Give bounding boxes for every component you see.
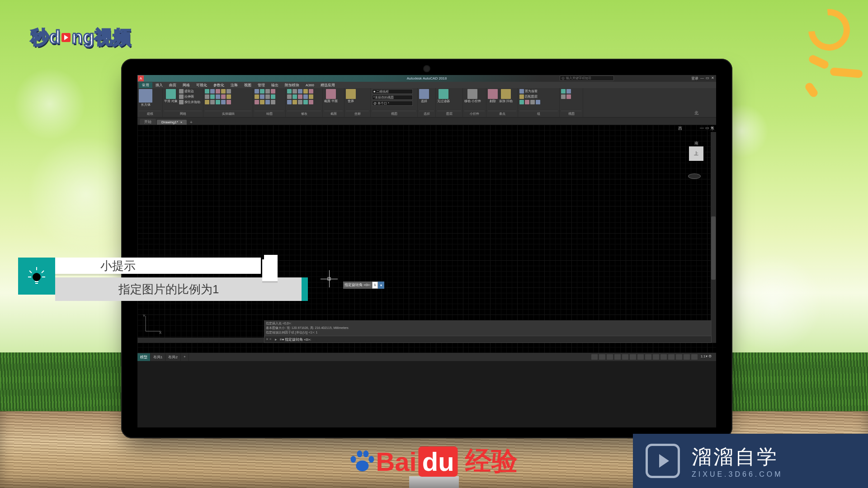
tool-icon[interactable] — [519, 89, 524, 94]
tool-icon[interactable] — [179, 89, 184, 94]
viewcube-south[interactable]: 南 — [694, 141, 698, 146]
tool-icon[interactable] — [561, 89, 566, 94]
tool-icon[interactable] — [216, 94, 220, 99]
tool-icon[interactable] — [309, 100, 313, 104]
file-tab-drawing[interactable]: Drawing1*× — [157, 120, 187, 125]
status-toggle-icon[interactable] — [691, 354, 698, 360]
tool-icon[interactable] — [255, 100, 259, 104]
tool-icon[interactable] — [205, 89, 209, 94]
visual-style-dropdown[interactable]: ■ 二维线框 — [372, 89, 413, 94]
match-label[interactable]: 匹配图层 — [525, 94, 538, 99]
tool-icon[interactable] — [530, 100, 535, 104]
ribbon-tab[interactable]: 注释 — [227, 82, 241, 88]
tool-icon[interactable] — [210, 100, 215, 104]
tool-icon[interactable] — [179, 94, 184, 99]
status-toggle-icon[interactable] — [591, 354, 598, 360]
tool-icon[interactable] — [205, 100, 209, 104]
tool-icon[interactable] — [255, 94, 259, 99]
command-line-input[interactable]: ✕ ≡ ▸ ≡▾ 指定旋转角 <0>: — [264, 336, 712, 343]
tool-icon[interactable] — [287, 89, 292, 94]
tool-icon[interactable] — [205, 94, 209, 99]
tool-icon[interactable] — [287, 94, 292, 99]
scale-label[interactable]: 1:1▾ ⚙ — [699, 354, 713, 360]
tool-label[interactable]: 提取边 — [184, 89, 194, 94]
layout1-tab[interactable]: 布局1 — [151, 353, 165, 361]
status-toggle-icon[interactable] — [684, 354, 690, 360]
tool-label[interactable]: 拉伸面 — [184, 94, 194, 99]
tool-icon[interactable] — [519, 100, 524, 104]
tool-icon[interactable] — [303, 89, 308, 94]
tool-icon[interactable] — [221, 100, 226, 104]
status-toggle-icon[interactable] — [653, 354, 659, 360]
maximize-button[interactable]: ▭ — [706, 76, 709, 81]
tool-icon[interactable] — [298, 89, 302, 94]
tool-icon[interactable] — [260, 89, 264, 94]
tool-icon[interactable] — [265, 100, 270, 104]
ribbon-tab[interactable]: 输出 — [268, 82, 282, 88]
ribbon-tab[interactable]: 常用 — [139, 82, 152, 88]
filter-button[interactable]: 无过滤器 — [437, 89, 450, 103]
ribbon-tab[interactable]: 管理 — [255, 82, 268, 88]
tool-icon[interactable] — [210, 94, 215, 99]
vertical-scrollbar[interactable] — [711, 132, 716, 343]
viewcube-east[interactable]: 东 — [710, 126, 714, 131]
tool-icon[interactable] — [525, 100, 529, 104]
ribbon-tab[interactable]: 视图 — [241, 82, 255, 88]
tool-icon[interactable] — [298, 100, 302, 104]
tool-icon[interactable] — [303, 94, 308, 99]
dynamic-input-dropdown-icon[interactable]: ▾ — [378, 282, 384, 289]
status-toggle-icon[interactable] — [622, 354, 628, 360]
tool-icon[interactable] — [309, 94, 313, 99]
model-tab[interactable]: 模型 — [137, 353, 151, 361]
new-tab-button[interactable]: + — [188, 120, 195, 125]
status-toggle-icon[interactable] — [668, 354, 675, 360]
tool-icon[interactable] — [287, 100, 292, 104]
tool-icon[interactable] — [226, 94, 231, 99]
status-toggle-icon[interactable] — [614, 354, 621, 360]
ribbon-tab[interactable]: 精选应用 — [317, 82, 338, 88]
tool-icon[interactable] — [271, 94, 275, 99]
close-button[interactable]: ✕ — [711, 76, 714, 81]
tool-icon[interactable] — [292, 94, 297, 99]
nav-wheel-icon[interactable] — [688, 174, 701, 179]
status-toggle-icon[interactable] — [630, 354, 636, 360]
file-tab-start[interactable]: 开始 — [140, 119, 156, 125]
tool-icon[interactable] — [265, 94, 270, 99]
ribbon-tab[interactable]: 附加模块 — [282, 82, 302, 88]
status-toggle-icon[interactable] — [660, 354, 667, 360]
select-button[interactable]: 选择 — [419, 89, 429, 103]
dynamic-input-value[interactable]: 1 — [372, 282, 377, 289]
tool-icon[interactable] — [221, 89, 226, 94]
minimize-button[interactable]: — — [700, 76, 704, 81]
tool-icon[interactable] — [309, 89, 313, 94]
tool-icon[interactable] — [260, 94, 264, 99]
smooth-button[interactable]: 平滑 对象 — [164, 89, 178, 103]
jitter-button[interactable]: 添加 抖动 — [499, 89, 513, 103]
tool-icon[interactable] — [226, 100, 231, 104]
tool-label[interactable]: 按住并拖动 — [184, 100, 200, 104]
status-toggle-icon[interactable] — [607, 354, 613, 360]
ribbon-tab[interactable]: 网格 — [179, 82, 193, 88]
new-layout-button[interactable]: + — [181, 353, 189, 361]
ribbon-tab[interactable]: 曲面 — [166, 82, 179, 88]
ribbon-tab[interactable]: 插入 — [152, 82, 166, 88]
tool-icon[interactable] — [226, 89, 231, 94]
gizmo-button[interactable]: 移动 小控件 — [464, 89, 481, 103]
tool-icon[interactable] — [519, 94, 524, 99]
tool-icon[interactable] — [271, 89, 275, 94]
ribbon-tab[interactable]: A360 — [302, 83, 317, 88]
status-toggle-icon[interactable] — [637, 354, 644, 360]
app-logo-icon[interactable]: A — [138, 75, 144, 81]
viewcube-north[interactable]: 北 — [694, 110, 698, 116]
viewport-dropdown[interactable]: @ 单个口 * — [372, 101, 413, 106]
ribbon-tab[interactable]: 参数化 — [210, 82, 227, 88]
tool-icon[interactable] — [561, 94, 566, 99]
tool-icon[interactable] — [221, 94, 226, 99]
layout2-tab[interactable]: 布局2 — [165, 353, 180, 361]
tool-icon[interactable] — [271, 100, 275, 104]
box-tool-button[interactable]: 长方体 — [139, 89, 152, 107]
tool-icon[interactable] — [566, 94, 571, 99]
status-toggle-icon[interactable] — [645, 354, 651, 360]
tool-icon[interactable] — [260, 100, 264, 104]
signin-button[interactable]: 登录 — [691, 76, 698, 81]
